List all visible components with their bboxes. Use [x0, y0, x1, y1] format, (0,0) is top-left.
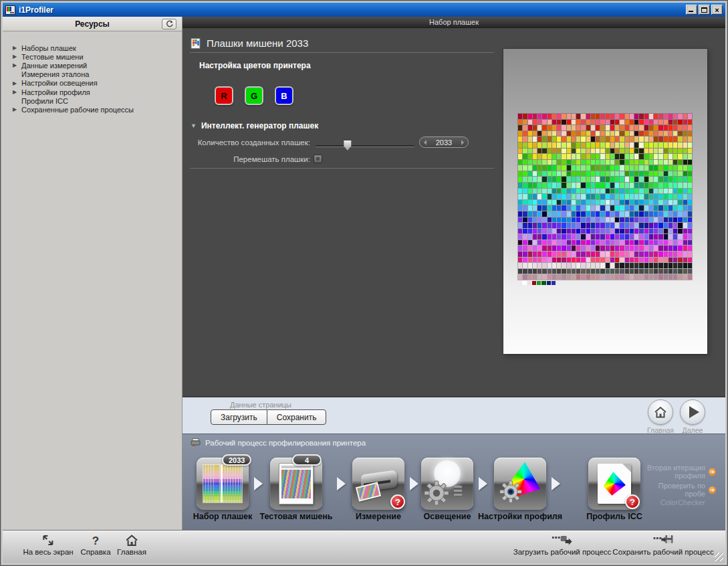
- channel-b-button[interactable]: B: [275, 86, 293, 105]
- sidebar-item-saved-workflows[interactable]: ▶Сохраненные рабочие процессы: [8, 105, 182, 114]
- application-window: i1Profiler × Ресурсы ▶Наборы плашек ▶Тес…: [0, 0, 728, 566]
- minimize-button[interactable]: [686, 5, 697, 15]
- profile-settings-icon: [494, 458, 546, 510]
- lighting-icon: [421, 458, 473, 510]
- second-iteration-link[interactable]: Вторая итерация профиля ➜: [641, 464, 716, 480]
- expand-arrow-icon: ▶: [8, 54, 21, 60]
- randomize-label: Перемешать плашки:: [190, 155, 310, 163]
- page-data-bar: Данные страницы Загрузить Сохранить Глав…: [183, 396, 725, 434]
- workflow-step-label: Профиль ICC: [586, 512, 642, 521]
- titlebar: i1Profiler ×: [3, 3, 725, 17]
- main-panel: Набор плашек Плашки мишени 2033 Настройк…: [183, 17, 725, 396]
- channel-g-button[interactable]: G: [245, 86, 263, 105]
- sidebar-item-test-charts[interactable]: ▶Тестовые мишени: [8, 52, 182, 61]
- home-nav-button[interactable]: [648, 399, 673, 425]
- patch-set-icon: [203, 465, 242, 502]
- resources-sidebar: Ресурсы ▶Наборы плашек ▶Тестовые мишени …: [3, 17, 183, 530]
- printer-icon: [191, 438, 201, 447]
- home-icon: [654, 406, 667, 419]
- app-icon: [5, 5, 15, 15]
- workflow-arrow-icon: [337, 477, 346, 490]
- right-arrow-icon: [461, 140, 467, 145]
- colorchecker-caption: ColorChecker: [641, 498, 716, 506]
- sidebar-item-reference-measurements[interactable]: Измерения эталона: [8, 70, 182, 79]
- printer-colors-label: Настройка цветов принтера: [199, 61, 311, 70]
- slider-track: [316, 145, 414, 147]
- workflow-step-label: Освещение: [424, 512, 471, 521]
- sidebar-title: Ресурсы: [75, 19, 110, 29]
- close-icon: ×: [712, 5, 722, 14]
- expand-arrow-icon: ▶: [8, 45, 21, 51]
- divider: [190, 168, 494, 169]
- collapse-triangle-icon: ▼: [191, 122, 197, 129]
- sidebar-item-patch-sets[interactable]: ▶Наборы плашек: [8, 43, 182, 52]
- patch-grid-partial-row: [517, 281, 556, 285]
- workflow-step-label: Измерение: [356, 512, 401, 521]
- test-chart-icon: [279, 463, 314, 504]
- workflow-title: Рабочий процесс профилирования принтера: [205, 439, 366, 447]
- generator-section-header[interactable]: ▼ Интеллект. генератор плашек: [191, 121, 318, 130]
- page-count-badge: 4: [292, 454, 322, 466]
- refresh-button[interactable]: [162, 19, 176, 29]
- workflow-step-lighting[interactable]: [421, 458, 473, 510]
- alert-question-badge: ?: [390, 494, 405, 509]
- sidebar-item-lighting-settings[interactable]: ▶Настройки освещения: [8, 79, 182, 88]
- sidebar-item-measurement-data[interactable]: ▶Данные измерений: [8, 61, 182, 70]
- patch-count-slider[interactable]: [316, 140, 414, 151]
- home-icon: [125, 535, 138, 547]
- patch-count-label: Количество созданных плашек:: [190, 138, 310, 147]
- maximize-button[interactable]: [699, 5, 710, 15]
- randomize-checkbox[interactable]: [314, 155, 322, 163]
- help-button[interactable]: ? Справка: [80, 534, 110, 556]
- patch-grid-preview: [517, 113, 693, 280]
- page-data-label: Данные страницы: [211, 401, 311, 409]
- sidebar-item-profile-settings[interactable]: ▶Настройки профиля: [8, 88, 182, 96]
- help-icon: ?: [92, 535, 99, 547]
- left-arrow-icon: [421, 140, 427, 145]
- sidebar-item-icc-profiles[interactable]: Профили ICC: [8, 96, 182, 105]
- spinner-increment-button[interactable]: [457, 140, 468, 145]
- refresh-icon: [165, 20, 174, 28]
- window-title: i1Profiler: [19, 5, 53, 15]
- bottom-toolbar: На весь экран ? Справка Главная: [3, 530, 725, 563]
- panel-header-strip: Набор плашек: [183, 17, 725, 28]
- panel-header-label: Набор плашек: [429, 18, 479, 26]
- workflow-arrow-icon: [410, 477, 418, 490]
- load-workflow-button[interactable]: Загрузить рабочий процесс: [513, 534, 612, 556]
- load-workflow-icon: [552, 535, 572, 547]
- fullscreen-button[interactable]: На весь экран: [23, 534, 73, 556]
- patch-count-value: 2033: [431, 138, 457, 147]
- workflow-arrow-icon: [479, 477, 487, 490]
- workflow-arrow-icon: [552, 477, 560, 490]
- slider-thumb[interactable]: [343, 140, 352, 151]
- expand-arrow-icon: ▶: [8, 89, 21, 95]
- save-page-data-button[interactable]: Сохранить: [267, 409, 327, 425]
- close-button[interactable]: ×: [711, 5, 723, 15]
- alert-question-badge: ?: [625, 494, 640, 509]
- verify-proof-link[interactable]: Проверить по пробе ➜: [641, 482, 716, 498]
- workflow-step-label: Тестовая мишень: [259, 512, 332, 521]
- workflow-bar: Рабочий процесс профилирования принтера …: [183, 434, 725, 533]
- divider: [190, 52, 494, 53]
- next-icon: [689, 406, 699, 418]
- save-workflow-button[interactable]: Сохранить рабочий процесс: [612, 534, 713, 556]
- spinner-decrement-button[interactable]: [420, 140, 431, 145]
- home-toolbar-button[interactable]: Главная: [117, 534, 146, 556]
- minimize-icon: [689, 11, 693, 12]
- workflow-step-label: Набор плашек: [193, 512, 253, 521]
- load-page-data-button[interactable]: Загрузить: [211, 409, 267, 425]
- maximize-icon: [701, 7, 707, 13]
- patch-count-badge: 2033: [222, 454, 251, 466]
- expand-arrow-icon: ▶: [8, 80, 21, 86]
- target-page-preview: [503, 49, 707, 354]
- patch-count-spinner: 2033: [419, 136, 469, 148]
- workflow-step-profile-settings[interactable]: [494, 458, 546, 510]
- next-nav-button[interactable]: [680, 399, 705, 425]
- channel-r-button[interactable]: R: [215, 86, 233, 105]
- workflow-arrow-icon: [254, 477, 263, 490]
- expand-arrow-icon: ▶: [8, 106, 21, 112]
- resize-grip[interactable]: [715, 553, 723, 561]
- resources-list: ▶Наборы плашек ▶Тестовые мишени ▶Данные …: [3, 31, 182, 114]
- patch-document-icon: [191, 38, 201, 49]
- expand-arrow-icon: ▶: [8, 62, 21, 68]
